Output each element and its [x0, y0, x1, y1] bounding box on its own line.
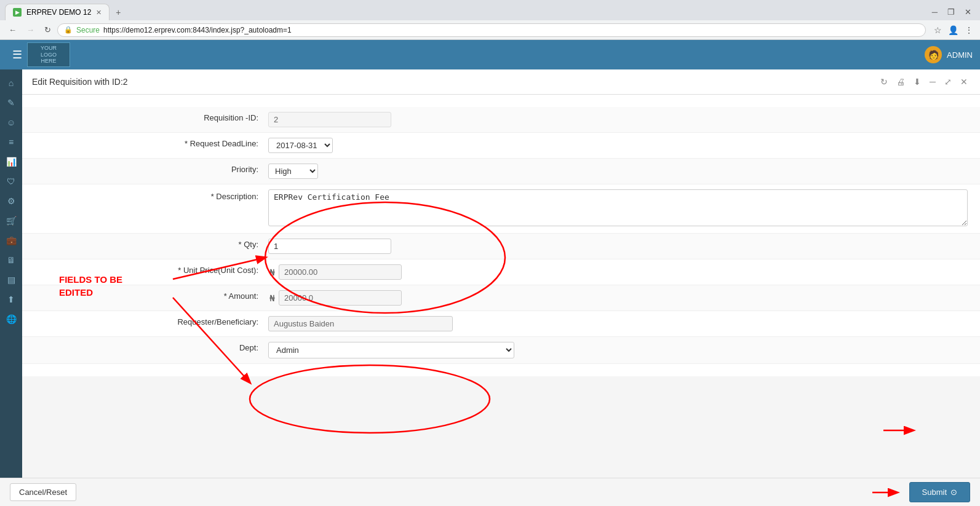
active-tab[interactable]: ▶ ERPREV DEMO 12 ✕ — [5, 4, 110, 20]
unit-price-wrap: ₦ — [268, 264, 980, 280]
submit-arrow — [872, 486, 903, 499]
close-panel-button[interactable]: ✕ — [958, 76, 970, 88]
field-deadline: 2017-08-31 — [268, 136, 980, 154]
field-unit-price: ₦ — [268, 263, 980, 281]
sidebar-icon-shield[interactable]: 🛡 — [2, 173, 20, 190]
tab-close-button[interactable]: ✕ — [96, 9, 102, 17]
form-row-unit-price: * Unit Price(Unit Cost): ₦ — [22, 259, 980, 285]
download-button[interactable]: ⬇ — [911, 76, 923, 88]
new-tab-button[interactable]: + — [112, 5, 124, 20]
secure-label: Secure — [76, 26, 100, 34]
sidebar-icon-chart[interactable]: 📊 — [2, 153, 20, 170]
reload-button[interactable]: ↻ — [41, 23, 55, 37]
label-unit-price: * Unit Price(Unit Cost): — [22, 263, 268, 275]
amount-wrap: ₦ — [268, 290, 980, 306]
field-priority: Low Medium High Critical — [268, 162, 980, 180]
secure-icon: 🔒 — [64, 26, 73, 34]
content-area: Edit Requisition with ID:2 ↻ 🖨 ⬇ ─ ⤢ ✕ R… — [22, 69, 980, 503]
minimize-panel-button[interactable]: ─ — [927, 76, 938, 88]
requisition-form: Requisition -ID: 2 * Request DeadLine: 2… — [22, 95, 980, 376]
form-row-id: Requisition -ID: 2 — [22, 107, 980, 133]
expand-panel-button[interactable]: ⤢ — [942, 76, 954, 88]
form-row-description: * Description: ERPRev Certification Fee — [22, 184, 980, 234]
field-requisition-id: 2 — [268, 111, 980, 128]
label-description: * Description: — [22, 188, 268, 201]
submit-button[interactable]: Submit ⊙ — [909, 482, 970, 502]
sidebar-icon-list[interactable]: ≡ — [2, 133, 20, 151]
description-textarea[interactable]: ERPRev Certification Fee — [268, 189, 968, 226]
sidebar-icon-globe[interactable]: 🌐 — [2, 310, 20, 328]
label-deadline: * Request DeadLine: — [22, 136, 268, 148]
back-button[interactable]: ← — [5, 23, 20, 37]
form-row-amount: * Amount: ₦ — [22, 285, 980, 311]
label-dept: Dept: — [22, 341, 268, 352]
requester-input — [268, 316, 453, 331]
currency-symbol-amount: ₦ — [268, 293, 276, 303]
field-requester — [268, 315, 980, 333]
field-qty — [268, 237, 980, 255]
top-navbar: ☰ YOUR LOGO HERE 🧑 ADMIN — [0, 40, 980, 69]
sidebar-icon-home[interactable]: ⌂ — [2, 74, 20, 92]
tab-title: ERPREV DEMO 12 — [26, 8, 91, 17]
deadline-select[interactable]: 2017-08-31 — [268, 138, 333, 153]
sidebar-icon-user[interactable]: ☺ — [2, 114, 20, 131]
bookmark-button[interactable]: ☆ — [932, 23, 944, 37]
field-amount: ₦ — [268, 289, 980, 307]
logo: YOUR LOGO HERE — [27, 42, 70, 67]
svg-point-1 — [250, 365, 490, 433]
dept-select[interactable]: Admin Finance HR IT Operations — [268, 342, 514, 358]
cancel-reset-button[interactable]: Cancel/Reset — [10, 483, 76, 501]
browser-nav-bar: ← → ↻ 🔒 Secure https://demo12.erprev.com… — [0, 20, 980, 39]
user-account-button[interactable]: 👤 — [946, 23, 960, 37]
hamburger-menu-button[interactable]: ☰ — [7, 45, 27, 64]
requisition-id-value: 2 — [268, 112, 391, 127]
browser-actions: ☆ 👤 ⋮ — [932, 23, 975, 37]
form-row-deadline: * Request DeadLine: 2017-08-31 — [22, 133, 980, 159]
label-amount: * Amount: — [22, 289, 268, 301]
form-row-requester: Requester/Beneficiary: — [22, 311, 980, 337]
sidebar-icon-layers[interactable]: ▤ — [2, 271, 20, 288]
label-priority: Priority: — [22, 162, 268, 174]
user-avatar: 🧑 — [925, 46, 942, 63]
sidebar-icon-monitor[interactable]: 🖥 — [2, 251, 20, 269]
sidebar-icon-briefcase[interactable]: 💼 — [2, 232, 20, 249]
sidebar-icon-cart[interactable]: 🛒 — [2, 212, 20, 229]
footer-bar: Cancel/Reset Submit ⊙ — [0, 478, 980, 503]
main-area: ⌂ ✎ ☺ ≡ 📊 🛡 ⚙ 🛒 💼 🖥 ▤ ⬆ 🌐 Edit Requisiti… — [0, 69, 980, 503]
sidebar-icon-edit[interactable]: ✎ — [2, 94, 20, 111]
sidebar: ⌂ ✎ ☺ ≡ 📊 🛡 ⚙ 🛒 💼 🖥 ▤ ⬆ 🌐 — [0, 69, 22, 503]
label-requester: Requester/Beneficiary: — [22, 315, 268, 326]
refresh-button[interactable]: ↻ — [878, 76, 890, 88]
qty-input[interactable] — [268, 239, 391, 254]
field-dept: Admin Finance HR IT Operations — [268, 341, 980, 360]
tab-favicon: ▶ — [13, 8, 22, 17]
page-header-actions: ↻ 🖨 ⬇ ─ ⤢ ✕ — [878, 76, 970, 88]
currency-symbol-unit: ₦ — [268, 267, 276, 277]
page-title: Edit Requisition with ID:2 — [32, 77, 128, 87]
print-button[interactable]: 🖨 — [894, 76, 907, 88]
address-bar[interactable]: 🔒 Secure https://demo12.erprev.com:8443/… — [57, 23, 926, 37]
priority-select[interactable]: Low Medium High Critical — [268, 164, 318, 179]
tab-bar: ▶ ERPREV DEMO 12 ✕ + ─ ❐ ✕ — [0, 0, 980, 20]
restore-browser-button[interactable]: ❐ — [944, 5, 958, 19]
sidebar-icon-gear[interactable]: ⚙ — [2, 192, 20, 210]
label-qty: * Qty: — [22, 237, 268, 249]
submit-icon: ⊙ — [950, 488, 957, 497]
form-row-dept: Dept: Admin Finance HR IT Operations — [22, 337, 980, 364]
browser-chrome: ▶ ERPREV DEMO 12 ✕ + ─ ❐ ✕ ← → ↻ 🔒 Secur… — [0, 0, 980, 40]
user-info: 🧑 ADMIN — [925, 46, 973, 63]
sidebar-icon-upload[interactable]: ⬆ — [2, 291, 20, 308]
user-name: ADMIN — [947, 50, 973, 60]
form-row-qty: * Qty: — [22, 234, 980, 259]
minimize-browser-button[interactable]: ─ — [928, 5, 941, 19]
form-row-priority: Priority: Low Medium High Critical — [22, 159, 980, 184]
close-browser-button[interactable]: ✕ — [961, 5, 975, 19]
url-text: https://demo12.erprev.com:8443/index.jsp… — [103, 26, 919, 34]
more-options-button[interactable]: ⋮ — [963, 23, 975, 37]
app-container: ☰ YOUR LOGO HERE 🧑 ADMIN ⌂ ✎ ☺ ≡ 📊 🛡 ⚙ 🛒… — [0, 40, 980, 503]
page-header: Edit Requisition with ID:2 ↻ 🖨 ⬇ ─ ⤢ ✕ — [22, 69, 980, 95]
forward-button[interactable]: → — [23, 23, 38, 37]
amount-input[interactable] — [279, 290, 402, 306]
field-description: ERPRev Certification Fee — [268, 188, 980, 229]
unit-price-input[interactable] — [279, 264, 402, 280]
